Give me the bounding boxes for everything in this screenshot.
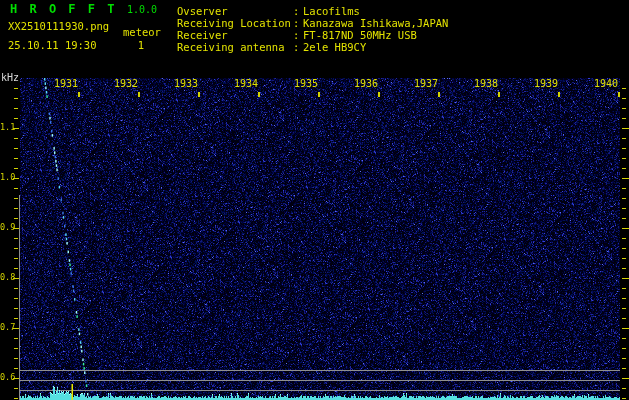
time-tick-label: 1937 — [413, 78, 438, 90]
info-separator: : — [293, 5, 303, 17]
spectrogram-canvas — [0, 0, 629, 400]
observer-info-row: Receiving Location:Kanazawa Ishikawa,JAP… — [177, 17, 448, 29]
time-tick-label: 1931 — [53, 78, 78, 90]
time-tick-label: 1934 — [233, 78, 258, 90]
hrofft-output-image: H R O F F T 1.0.0 XX2510111930.png meteo… — [0, 0, 629, 400]
freq-tick-label: 0.8 — [0, 273, 12, 282]
time-tick-label: 1935 — [293, 78, 318, 90]
time-tick-label: 1940 — [593, 78, 618, 90]
observer-info-block: Ovserver:LacofilmsReceiving Location:Kan… — [177, 5, 448, 53]
app-version: 1.0.0 — [127, 4, 157, 15]
info-value: Kanazawa Ishikawa,JAPAN — [303, 17, 448, 29]
info-value: Lacofilms — [303, 5, 360, 17]
info-label: Ovserver — [177, 5, 293, 17]
info-separator: : — [293, 41, 303, 53]
info-separator: : — [293, 29, 303, 41]
time-tick-label: 1936 — [353, 78, 378, 90]
freq-tick-label: 1.1 — [0, 123, 12, 132]
info-label: Receiving antenna — [177, 41, 293, 53]
app-title: H R O F F T — [10, 2, 117, 16]
freq-tick-label: 1.0 — [0, 173, 12, 182]
info-label: Receiving Location — [177, 17, 293, 29]
freq-tick-label: 0.7 — [0, 323, 12, 332]
info-separator: : — [293, 17, 303, 29]
info-value: 2ele HB9CY — [303, 41, 366, 53]
observation-datetime: 25.10.11 19:30 — [8, 39, 97, 51]
info-value: FT-817ND 50MHz USB — [303, 29, 417, 41]
time-tick-label: 1933 — [173, 78, 198, 90]
observer-info-row: Ovserver:Lacofilms — [177, 5, 448, 17]
freq-axis-unit: kHz — [1, 72, 19, 83]
time-tick-label: 1932 — [113, 78, 138, 90]
info-label: Receiver — [177, 29, 293, 41]
freq-tick-label: 0.9 — [0, 223, 12, 232]
observer-info-row: Receiving antenna:2ele HB9CY — [177, 41, 448, 53]
freq-tick-label: 0.6 — [0, 373, 12, 382]
meteor-count: 1 — [123, 39, 159, 51]
time-tick-label: 1938 — [473, 78, 498, 90]
output-filename: XX2510111930.png — [8, 20, 109, 32]
observer-info-row: Receiver:FT-817ND 50MHz USB — [177, 29, 448, 41]
time-tick-label: 1939 — [533, 78, 558, 90]
mode-label: meteor — [123, 26, 161, 38]
